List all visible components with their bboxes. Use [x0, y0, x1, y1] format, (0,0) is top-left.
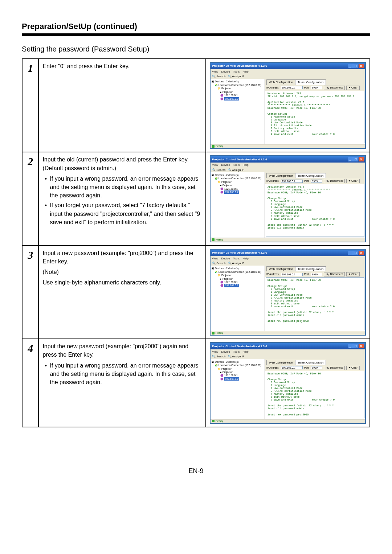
tree-ip-selected[interactable]: 🟣 192.168.0.2 [212, 97, 264, 100]
tree-lan[interactable]: 🧩 Local Area Connection (192.168.0.51) [212, 177, 264, 180]
menu-item[interactable]: View [212, 163, 218, 167]
telnet-terminal[interactable]: Baudrate 9600, I/F Mode 4C, Flow 00 Chan… [266, 371, 364, 418]
tree-ip-selected[interactable]: 🟣 192.168.0.2 [212, 284, 264, 287]
toolbar-button[interactable]: 🔍 Assign IP [228, 262, 245, 265]
close-button[interactable]: × [359, 157, 364, 161]
ip-input[interactable] [281, 366, 303, 369]
maximize-button[interactable]: □ [353, 251, 358, 255]
step-row: 3 Input a new password (example: "proj20… [22, 246, 370, 339]
close-button[interactable]: × [359, 344, 364, 348]
toolbar-button[interactable]: 🔍 Search [212, 262, 226, 265]
tree-ip[interactable]: 🟣 192.168.0.1 [212, 280, 264, 284]
tree-group[interactable]: 📁 Projector [212, 87, 264, 90]
minimize-button[interactable]: _ [348, 344, 353, 348]
close-button[interactable]: × [359, 64, 364, 68]
clear-button[interactable]: ✖ Clear [346, 86, 360, 90]
subsection-heading: Setting the password (Password Setup) [22, 45, 370, 53]
disconnect-button[interactable]: 🔌 Disconnect [324, 272, 345, 276]
menu-item[interactable]: View [212, 70, 218, 73]
menu-item[interactable]: Device [221, 70, 230, 73]
menu-item[interactable]: Tools [233, 70, 240, 73]
tree-lan[interactable]: 🧩 Local Area Connection (192.168.0.51) [212, 83, 264, 87]
tree-group[interactable]: 📁 Projector [212, 274, 264, 277]
clear-button[interactable]: ✖ Clear [346, 366, 360, 370]
maximize-button[interactable]: □ [353, 344, 358, 348]
instruction-line: Use single-byte alphanumeric characters … [42, 278, 202, 287]
tab-bar: Web ConfigurationTelnet Configuration [265, 359, 365, 365]
tab-telnet[interactable]: Telnet Configuration [295, 266, 326, 271]
tab-web[interactable]: Web Configuration [266, 79, 295, 85]
menu-item[interactable]: Tools [233, 257, 240, 260]
maximize-button[interactable]: □ [353, 64, 358, 68]
toolbar-button[interactable]: 🔍 Search [212, 355, 226, 358]
tree-ip[interactable]: 🟣 192.168.0.1 [212, 187, 264, 190]
tree-sub[interactable]: ▸ Projector [212, 370, 264, 374]
ip-input[interactable] [281, 273, 303, 276]
device-tree[interactable]: ▣ Devices - 2 device(s) 🧩 Local Area Con… [211, 359, 265, 419]
menu-item[interactable]: View [212, 257, 218, 260]
toolbar-button[interactable]: 🔍 Assign IP [228, 168, 245, 172]
tab-telnet[interactable]: Telnet Configuration [295, 173, 326, 178]
menu-item[interactable]: Device [221, 257, 230, 260]
tree-root[interactable]: ▣ Devices - 2 device(s) [212, 173, 264, 177]
device-tree[interactable]: ▣ Devices - 2 device(s) 🧩 Local Area Con… [211, 266, 265, 331]
tree-ip[interactable]: 🟣 192.168.0.1 [212, 94, 264, 97]
port-label: Port: [304, 366, 310, 369]
clear-button[interactable]: ✖ Clear [346, 179, 360, 183]
ip-input[interactable] [281, 86, 303, 89]
tree-lan[interactable]: 🧩 Local Area Connection (192.168.0.51) [212, 270, 264, 274]
tab-web[interactable]: Web Configuration [266, 173, 295, 178]
tab-web[interactable]: Web Configuration [266, 360, 295, 365]
menu-item[interactable]: Device [221, 350, 230, 353]
tree-group[interactable]: 📁 Projector [212, 367, 264, 370]
menu-item[interactable]: Help [242, 257, 248, 260]
tree-sub[interactable]: ▸ Projector [212, 277, 264, 280]
telnet-terminal[interactable]: Application version V3.2 ***************… [266, 184, 364, 237]
device-tree[interactable]: ▣ Devices - 2 device(s) 🧩 Local Area Con… [211, 172, 265, 238]
clear-button[interactable]: ✖ Clear [346, 272, 360, 276]
toolbar-button[interactable]: 🔍 Assign IP [228, 75, 245, 78]
menu-item[interactable]: Tools [233, 350, 240, 353]
telnet-terminal[interactable]: Hardware: Ethernet TPI IP addr 192.168.0… [266, 91, 364, 144]
menu-item[interactable]: Help [242, 70, 248, 73]
tree-sub[interactable]: ▸ Projector [212, 184, 264, 187]
minimize-button[interactable]: _ [348, 64, 353, 68]
menu-item[interactable]: Tools [233, 163, 240, 167]
tree-ip[interactable]: 🟣 192.168.0.1 [212, 374, 264, 377]
port-input[interactable] [311, 180, 322, 183]
minimize-button[interactable]: _ [348, 251, 353, 255]
menu-item[interactable]: Help [242, 163, 248, 167]
close-button[interactable]: × [359, 251, 364, 255]
tree-lan[interactable]: 🧩 Local Area Connection (192.168.0.51) [212, 364, 264, 367]
tree-sub[interactable]: ▸ Projector [212, 90, 264, 94]
tree-root[interactable]: ▣ Devices - 2 device(s) [212, 360, 264, 364]
port-input[interactable] [311, 366, 322, 369]
status-indicator-icon [212, 420, 215, 422]
menu-item[interactable]: View [212, 350, 218, 353]
tab-telnet[interactable]: Telnet Configuration [295, 360, 326, 365]
tree-ip-selected[interactable]: 🟣 192.168.0.2 [212, 190, 264, 194]
disconnect-button[interactable]: 🔌 Disconnect [324, 86, 345, 90]
menu-item[interactable]: Device [221, 163, 230, 167]
port-input[interactable] [311, 86, 322, 89]
tree-group[interactable]: 📁 Projector [212, 180, 264, 184]
menu-item[interactable]: Help [242, 350, 248, 353]
toolbar-button[interactable]: 🔍 Search [212, 168, 226, 172]
tab-telnet[interactable]: Telnet Configuration [295, 79, 326, 85]
tree-root[interactable]: ▣ Devices - 2 device(s) [212, 80, 264, 83]
tree-ip-selected[interactable]: 🟣 192.168.0.2 [212, 377, 264, 381]
device-tree[interactable]: ▣ Devices - 2 device(s) 🧩 Local Area Con… [211, 79, 265, 144]
step-row: 2 Input the old (current) password and p… [22, 152, 370, 245]
disconnect-button[interactable]: 🔌 Disconnect [324, 179, 345, 183]
port-input[interactable] [311, 273, 322, 276]
toolbar-button[interactable]: 🔍 Assign IP [228, 355, 245, 358]
ip-input[interactable] [281, 180, 303, 183]
toolbar-button[interactable]: 🔍 Search [212, 75, 226, 78]
telnet-terminal[interactable]: Baudrate 9600, I/F Mode 4C, Flow 00 Chan… [266, 277, 364, 330]
ip-label: IP Address: [266, 86, 279, 89]
tab-web[interactable]: Web Configuration [266, 266, 295, 271]
tree-root[interactable]: ▣ Devices - 2 device(s) [212, 267, 264, 270]
disconnect-button[interactable]: 🔌 Disconnect [324, 366, 345, 370]
maximize-button[interactable]: □ [353, 157, 358, 161]
minimize-button[interactable]: _ [348, 157, 353, 161]
